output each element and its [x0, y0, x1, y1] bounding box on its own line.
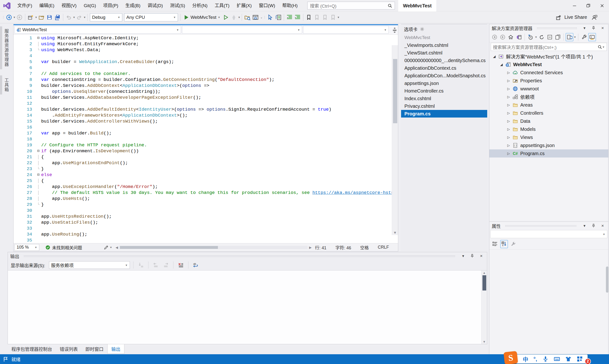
expanded-arrow-icon[interactable]: ◢: [498, 63, 505, 66]
fold-collapse-icon[interactable]: ⊟: [36, 35, 41, 41]
tree-node-9[interactable]: ▷Models: [489, 125, 608, 133]
collapsed-arrow-icon[interactable]: ▷: [505, 79, 512, 83]
scroll-right-icon[interactable]: ▶: [308, 246, 313, 249]
code-line-11[interactable]: 11builder.Services.AddDatabaseDeveloperP…: [13, 95, 392, 101]
previous-bookmark-button[interactable]: [313, 13, 321, 22]
solution-configuration-dropdown[interactable]: Debug▾: [90, 13, 122, 21]
code-line-34[interactable]: 34app.UseRouting();: [13, 232, 392, 237]
menu-item-6[interactable]: 调试(D): [144, 3, 166, 8]
code-line-33[interactable]: 33: [13, 225, 392, 232]
menu-item-3[interactable]: Git(G): [80, 3, 100, 8]
caret-line-indicator[interactable]: 行: 41: [315, 244, 326, 250]
code-line-13[interactable]: 13builder.Services.AddDefaultIdentity<Id…: [13, 107, 392, 113]
fold-collapse-icon[interactable]: ⊟: [36, 172, 41, 178]
redo-dropdown-icon[interactable]: ▾: [83, 15, 86, 19]
code-line-19[interactable]: 19// Configure the HTTP request pipeline…: [13, 142, 392, 148]
editor-nav-project-dropdown[interactable]: WebMvcTest ▾: [14, 26, 181, 34]
collapsed-arrow-icon[interactable]: ▷: [505, 119, 512, 123]
pin-icon[interactable]: [590, 224, 597, 228]
output-source-dropdown[interactable]: 服务依赖项▾: [49, 261, 130, 269]
toolbar-grip-2[interactable]: ⁞: [264, 15, 265, 19]
code-line-29[interactable]: 29└}: [13, 202, 392, 208]
menu-item-8[interactable]: 分析(N): [189, 3, 211, 8]
window-position-dropdown-icon[interactable]: ▼: [581, 224, 588, 228]
se-back-button[interactable]: [491, 33, 498, 41]
ime-language-mode[interactable]: 中: [523, 355, 528, 363]
code-line-22[interactable]: 22│ app.UseMigrationsEndPoint();: [13, 160, 392, 166]
undo-button[interactable]: [65, 13, 73, 22]
ime-notification-badge[interactable]: 2: [585, 358, 591, 364]
microphone-icon[interactable]: [542, 356, 549, 362]
fold-collapse-icon[interactable]: ⊟: [36, 148, 41, 154]
next-message-button[interactable]: [162, 261, 170, 269]
open-document-item-8[interactable]: Privacy.cshtml: [401, 102, 487, 110]
tree-node-7[interactable]: ▷Controllers: [489, 109, 608, 117]
menu-item-7[interactable]: 测试(S): [167, 3, 189, 8]
code-line-1[interactable]: 1⊟using Microsoft.AspNetCore.Identity;: [13, 35, 392, 41]
code-line-4[interactable]: 4: [13, 53, 392, 59]
code-line-3[interactable]: 3└using WebMvcTest.Data;: [13, 47, 392, 53]
code-line-28[interactable]: 28│ app.UseHsts();: [13, 196, 392, 202]
code-line-8[interactable]: 8var connectionString = builder.Configur…: [13, 77, 392, 83]
soft-keyboard-icon[interactable]: [554, 356, 560, 362]
code-line-5[interactable]: 5var builder = WebApplication.CreateBuil…: [13, 59, 392, 65]
code-line-35[interactable]: 35: [13, 237, 392, 243]
open-document-item-4[interactable]: ApplicationDbCon...ModelSnapshot.cs: [401, 72, 487, 79]
solution-explorer-search-box[interactable]: 搜索解决方案资源管理器(Ctrl+;) ▾: [491, 43, 607, 51]
open-file-button[interactable]: [37, 13, 45, 22]
save-button[interactable]: [45, 13, 53, 22]
window-position-dropdown-icon[interactable]: ▼: [581, 26, 588, 30]
output-scroll-up-icon[interactable]: ▲: [481, 271, 487, 274]
tree-node-10[interactable]: ▷Views: [489, 133, 608, 141]
code-line-24[interactable]: 24⊟else: [13, 172, 392, 178]
se-collapse-all-button[interactable]: [546, 33, 554, 41]
se-sync-dropdown-icon[interactable]: ▾: [574, 35, 576, 39]
window-position-dropdown-icon[interactable]: ▼: [460, 254, 466, 258]
pin-icon[interactable]: [590, 26, 597, 30]
ime-skin-icon[interactable]: [565, 356, 571, 362]
menu-item-0[interactable]: 文件(F): [14, 3, 36, 8]
collapsed-arrow-icon[interactable]: ▷: [505, 95, 512, 99]
code-line-7[interactable]: 7// Add services to the container.: [13, 71, 392, 77]
code-line-25[interactable]: 25│{: [13, 178, 392, 184]
save-all-button[interactable]: [53, 13, 62, 22]
menu-item-1[interactable]: 编辑(E): [36, 3, 58, 8]
start-debugging-dropdown-icon[interactable]: ▾: [218, 15, 220, 19]
menu-item-4[interactable]: 项目(P): [100, 3, 122, 8]
close-button[interactable]: [595, 0, 609, 12]
ime-punctuation-mode[interactable]: °,: [533, 356, 537, 362]
se-show-all-files-button[interactable]: [554, 33, 562, 41]
bottom-tab-0[interactable]: 程序包管理器控制台: [8, 344, 56, 353]
open-document-item-7[interactable]: Index.cshtml: [401, 95, 487, 102]
code-line-31[interactable]: 31app.UseHttpsRedirection();: [13, 214, 392, 220]
open-document-item-9[interactable]: Program.cs: [401, 110, 487, 117]
output-vertical-scrollbar[interactable]: ▲ ▼: [481, 271, 487, 344]
editor-nav-type-dropdown[interactable]: ▾: [182, 26, 302, 34]
collapsed-arrow-icon[interactable]: ▷: [505, 111, 512, 115]
tree-node-8[interactable]: ▷Data: [489, 117, 608, 125]
editor-nav-member-dropdown[interactable]: ▾: [303, 26, 389, 34]
navigate-back-button[interactable]: [5, 13, 13, 22]
se-preview-selected-items-button[interactable]: [588, 33, 596, 41]
goto-message-button[interactable]: [137, 261, 145, 269]
code-line-16[interactable]: 16: [13, 124, 392, 130]
code-cleanup-button[interactable]: ▾: [104, 245, 112, 250]
clear-output-button[interactable]: [177, 261, 185, 269]
props-alphabetical-button[interactable]: AZ: [500, 240, 508, 248]
editor-vertical-scrollbar[interactable]: ▼: [392, 45, 398, 235]
clear-bookmarks-button[interactable]: [329, 13, 337, 22]
bottom-tab-3[interactable]: 输出: [107, 344, 124, 354]
code-line-32[interactable]: 32app.UseStaticFiles();: [13, 220, 392, 225]
toolbar-grip[interactable]: ⁞: [3, 15, 4, 19]
tree-node-5[interactable]: ▷依赖项: [489, 93, 608, 101]
collapsed-arrow-icon[interactable]: ▷: [505, 135, 512, 139]
expanded-arrow-icon[interactable]: ◢: [491, 54, 497, 58]
toggle-word-wrap-button[interactable]: ab: [192, 261, 200, 269]
code-line-17[interactable]: 17var app = builder.Build();: [13, 130, 392, 136]
menu-item-11[interactable]: 窗口(W): [255, 3, 279, 8]
props-property-pages-button[interactable]: [509, 240, 517, 248]
tree-node-11[interactable]: ▷{ }appsettings.json: [489, 141, 608, 149]
new-project-dropdown-icon[interactable]: ▾: [35, 15, 37, 19]
hscroll-thumb[interactable]: [120, 246, 218, 249]
tree-node-4[interactable]: ▷wwwroot: [489, 85, 608, 93]
